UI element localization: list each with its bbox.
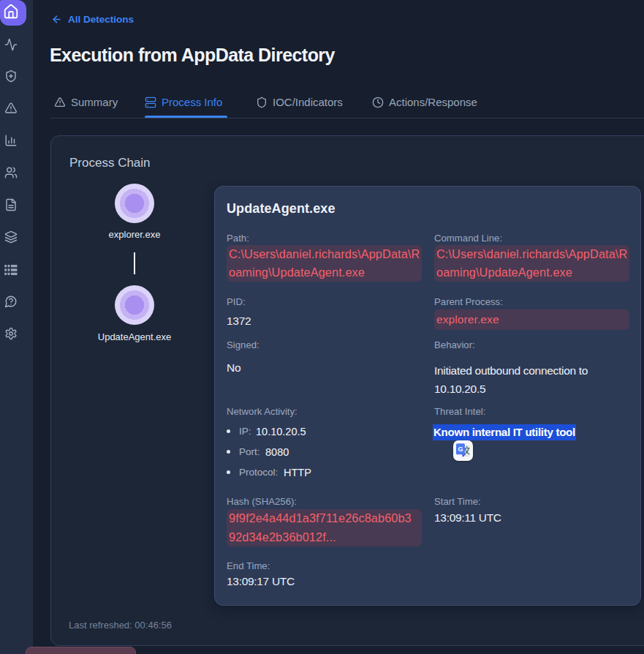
svg-text:G: G — [458, 446, 463, 453]
